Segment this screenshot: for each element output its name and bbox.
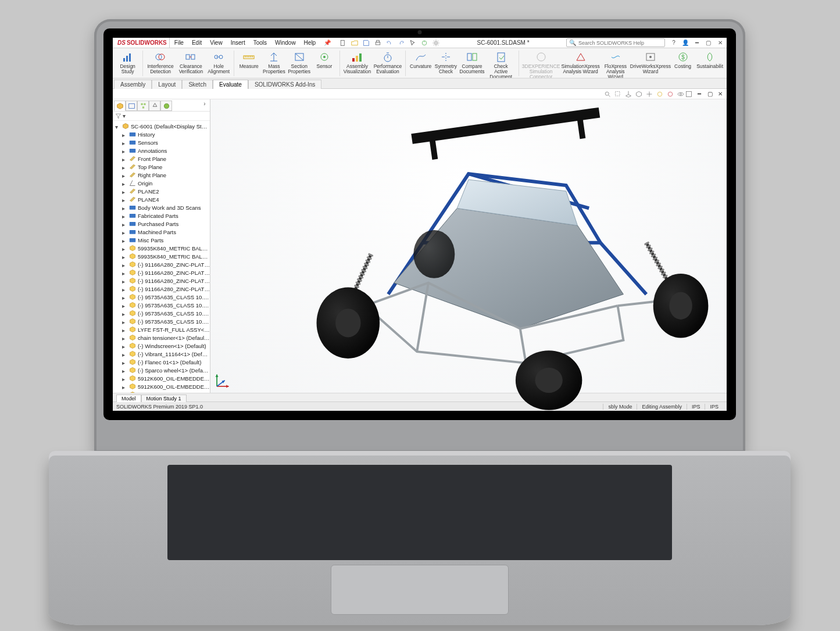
- rebuild-icon[interactable]: [420, 39, 428, 47]
- menu-help[interactable]: Help: [301, 39, 320, 46]
- user-icon[interactable]: 👤: [681, 39, 689, 47]
- zoom-fit-icon[interactable]: [603, 90, 612, 98]
- tree-item[interactable]: ▸Body Work and 3D Scans: [122, 203, 210, 211]
- command-tab-assembly[interactable]: Assembly: [114, 80, 152, 89]
- tree-item[interactable]: ▸(-) 95735A635_CLASS 10.9 STEEL …: [122, 301, 210, 309]
- tree-item[interactable]: ▸(-) Flanec 01<1> (Default): [122, 358, 210, 366]
- ribbon-clearance-button[interactable]: Clearance Verification: [176, 49, 206, 74]
- undo-icon[interactable]: [385, 39, 394, 47]
- tree-item[interactable]: ▸5912K600_OIL-EMBEDDED MOUN…: [122, 382, 210, 390]
- maximize-icon[interactable]: ▢: [705, 39, 713, 47]
- command-tab-sketch[interactable]: Sketch: [182, 80, 213, 89]
- menu-window[interactable]: Window: [271, 39, 299, 46]
- tree-item[interactable]: ▸(-) 95735A635_CLASS 10.9 STEEL …: [122, 317, 210, 325]
- ribbon-interference-button[interactable]: Interference Detection: [145, 49, 176, 74]
- ribbon-simx-button[interactable]: SimulationXpress Analysis Wizard: [561, 49, 600, 74]
- menu-file[interactable]: File: [171, 39, 187, 46]
- tree-item[interactable]: ▸chain tensioner<1> (Default) …: [122, 334, 210, 342]
- print-icon[interactable]: [374, 39, 382, 47]
- ribbon-scale-button[interactable]: Mass Properties: [262, 49, 287, 74]
- ribbon-chart-button[interactable]: Design Study: [115, 49, 140, 74]
- ribbon-sensor-button[interactable]: Sensor: [312, 49, 337, 69]
- open-icon[interactable]: [351, 39, 359, 47]
- hide-show-icon[interactable]: [677, 90, 685, 98]
- options-icon[interactable]: [432, 39, 440, 47]
- search-help[interactable]: 🔍: [566, 38, 665, 47]
- ribbon-assemblyviz-button[interactable]: Assembly Visualization: [342, 49, 372, 74]
- tree-root[interactable]: ▾SC-6001 (Default<Display State-1>): [115, 122, 210, 130]
- command-tab-evaluate[interactable]: Evaluate: [213, 80, 248, 89]
- tree-item[interactable]: ▸PLANE2: [122, 187, 210, 195]
- new-icon[interactable]: [339, 39, 347, 47]
- search-input[interactable]: [578, 40, 662, 46]
- ribbon-checkdoc-button[interactable]: Check Active Document: [486, 49, 516, 78]
- pane-close-icon[interactable]: ✕: [716, 90, 724, 98]
- menu-edit[interactable]: Edit: [188, 39, 205, 46]
- tree-item[interactable]: ▸(-) Vibrant_11164<1> (Default): [122, 350, 210, 358]
- menu-insert[interactable]: Insert: [227, 39, 249, 46]
- tree-item[interactable]: ▸(-) 91166A280_ZINC-PLATED STE…: [122, 268, 210, 277]
- view-orientation-icon[interactable]: [624, 90, 632, 98]
- ribbon-compare-button[interactable]: Compare Documents: [459, 49, 486, 74]
- tree-item[interactable]: ▸Origin: [122, 179, 210, 187]
- section-view-icon[interactable]: [645, 90, 653, 98]
- redo-icon[interactable]: [397, 39, 405, 47]
- ribbon-symmetry-button[interactable]: Symmetry Check: [433, 49, 458, 74]
- ribbon-flox-button[interactable]: FloXpress Analysis Wizard: [600, 49, 631, 78]
- close-icon[interactable]: ✕: [716, 39, 724, 47]
- tree-item[interactable]: ▸Fabricated Parts: [122, 211, 210, 220]
- tree-item[interactable]: ▸(-) Windscreen<1> (Default): [122, 342, 210, 350]
- display-style-icon[interactable]: [635, 90, 643, 98]
- minimize-icon[interactable]: ━: [693, 39, 701, 47]
- tree-item[interactable]: ▸PLANE4: [122, 195, 210, 203]
- feature-tree[interactable]: ▾SC-6001 (Default<Display State-1>)▸Hist…: [113, 121, 210, 393]
- tree-item[interactable]: ▸(-) 95735A635_CLASS 10.9 STEEL …: [122, 293, 210, 301]
- tree-item[interactable]: ▸Misc Parts: [122, 236, 210, 244]
- tree-item[interactable]: ▸59935K840_METRIC BALL JOINT F…: [122, 244, 210, 252]
- tree-item[interactable]: ▸(-) 91166A280_ZINC-PLATED STE…: [122, 277, 210, 285]
- pane-min-icon[interactable]: ━: [695, 90, 703, 98]
- bottom-tab-motion-study-1[interactable]: Motion Study 1: [141, 395, 187, 402]
- tree-item[interactable]: ▸Annotations: [122, 146, 210, 155]
- command-tab-layout[interactable]: Layout: [152, 80, 182, 89]
- tree-item[interactable]: ▸59935K840_METRIC BALL JOINT F…: [122, 252, 210, 260]
- property-manager-tab[interactable]: [126, 101, 137, 111]
- ribbon-stopwatch-button[interactable]: Performance Evaluation: [373, 49, 403, 74]
- tree-item[interactable]: ▸5912K600_OIL-EMBEDDED MOUN…: [122, 374, 210, 382]
- tree-item[interactable]: ▸(-) 91166A280_ZINC-PLATED STE…: [122, 285, 210, 293]
- ribbon-hole-button[interactable]: Hole Alignment: [206, 49, 231, 74]
- tree-item[interactable]: ▸Machined Parts: [122, 228, 210, 236]
- pane-max-icon[interactable]: ▢: [706, 90, 714, 98]
- tree-item[interactable]: ▸(-) 91166A280_ZINC-PLATED STE…: [122, 260, 210, 268]
- help-icon[interactable]: ?: [670, 39, 678, 47]
- tree-item[interactable]: ▸(-) Sparco wheel<1> (Default<<D…: [122, 366, 210, 374]
- ribbon-ruler-button[interactable]: Measure: [237, 49, 262, 69]
- menu-tools[interactable]: Tools: [250, 39, 270, 46]
- tree-item[interactable]: ▸LYFE FST-R_FULL ASSY<1> (Defa…: [122, 325, 210, 334]
- model-view[interactable]: [210, 99, 727, 393]
- select-icon[interactable]: [409, 39, 417, 47]
- expand-tree-icon[interactable]: ›: [201, 101, 209, 111]
- command-tab-solidworks-add-ins[interactable]: SOLIDWORKS Add-Ins: [248, 80, 321, 89]
- dimxpert-manager-tab[interactable]: [149, 101, 160, 111]
- pane-undock-icon[interactable]: [685, 90, 693, 98]
- tree-root-label[interactable]: SC-6001 (Default<Display State-1>): [131, 123, 210, 130]
- tree-item[interactable]: ▸Front Plane: [122, 155, 210, 163]
- ribbon-section-button[interactable]: Section Properties: [287, 49, 312, 74]
- feature-tree-tab[interactable]: [114, 101, 126, 111]
- appearance-icon[interactable]: [666, 90, 674, 98]
- tree-item[interactable]: ▸History: [122, 130, 210, 138]
- zoom-area-icon[interactable]: [614, 90, 622, 98]
- tree-item[interactable]: ▸Purchased Parts: [122, 220, 210, 228]
- scene-icon[interactable]: [656, 90, 664, 98]
- tree-item[interactable]: ▸Sensors: [122, 138, 210, 146]
- menu-pin-icon[interactable]: 📌: [320, 39, 334, 46]
- ribbon-sustain-button[interactable]: Sustainabilit: [695, 49, 724, 69]
- configuration-manager-tab[interactable]: [137, 101, 149, 111]
- ribbon-dwx-button[interactable]: DriveWorksXpress Wizard: [631, 49, 670, 74]
- menu-view[interactable]: View: [206, 39, 226, 46]
- ribbon-curvature-button[interactable]: Curvature: [408, 49, 433, 69]
- tree-filter[interactable]: ▾: [113, 112, 210, 121]
- tree-item[interactable]: ▸(-) 95735A635_CLASS 10.9 STEEL …: [122, 309, 210, 317]
- display-manager-tab[interactable]: [160, 101, 172, 111]
